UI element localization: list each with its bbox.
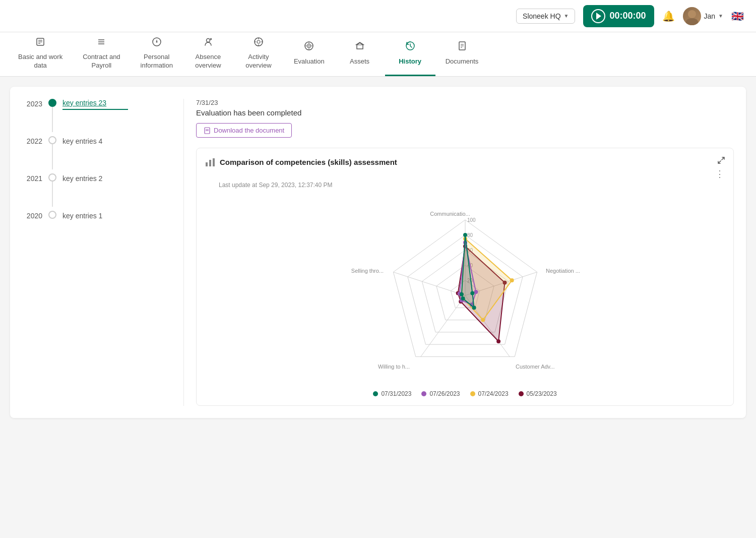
timeline-item-2020: 2020 key entries 1 — [22, 211, 171, 220]
app-container: Sloneek HQ ▼ 00:00:00 🔔 Jan ▼ 🇬🇧 Basic a… — [0, 0, 756, 538]
tab-documents-label: Documents — [446, 57, 479, 66]
legend-item-yellow: 07/24/2023 — [470, 390, 509, 397]
nav-tabs: Basic and workdata Contract andPayroll P… — [0, 32, 756, 77]
svg-rect-36 — [209, 160, 211, 166]
timeline-dot-active — [48, 99, 56, 107]
personal-icon — [152, 37, 162, 50]
timeline-connector-2020 — [48, 211, 56, 219]
chart-subtitle: Last update at Sep 29, 2023, 12:37:40 PM — [219, 182, 725, 189]
legend-dot-purple — [421, 391, 426, 396]
tab-history[interactable]: History — [385, 32, 435, 76]
flag-icon[interactable]: 🇬🇧 — [731, 10, 744, 22]
radar-legend: 07/31/2023 07/26/2023 07/24/2023 — [373, 390, 556, 397]
dot-purple-1 — [474, 290, 478, 294]
user-info[interactable]: Jan ▼ — [683, 7, 723, 25]
download-icon — [204, 127, 211, 134]
timeline-panel: 2023 key entries 23 2022 — [22, 99, 183, 406]
svg-rect-37 — [213, 158, 215, 166]
history-icon — [405, 41, 415, 54]
absence-icon — [203, 37, 213, 50]
chart-actions: ⋮ — [715, 156, 725, 180]
timeline-line — [52, 107, 53, 132]
top-header: Sloneek HQ ▼ 00:00:00 🔔 Jan ▼ 🇬🇧 — [0, 0, 756, 32]
timer-display: 00:00:00 — [609, 11, 646, 21]
legend-label-darkred: 05/23/2023 — [527, 390, 557, 397]
tab-basic-label: Basic and workdata — [18, 53, 62, 70]
tab-absence-label: Absenceoverview — [195, 53, 221, 70]
svg-point-17 — [257, 40, 260, 43]
tab-evaluation[interactable]: Evaluation — [284, 32, 335, 76]
legend-dot-teal — [373, 391, 378, 396]
more-icon[interactable]: ⋮ — [715, 168, 725, 180]
legend-dot-yellow — [470, 391, 475, 396]
timeline-dot-2020 — [48, 211, 56, 219]
timeline-label-2023: key entries 23 — [62, 99, 128, 110]
axis-label-willing: Willing to h... — [378, 364, 410, 370]
event-title: Evaluation has been completed — [196, 108, 734, 117]
chart-title-area: Comparison of competencies (skills) asse… — [205, 156, 397, 167]
basic-icon — [35, 37, 45, 50]
chart-title: Comparison of competencies (skills) asse… — [220, 158, 397, 166]
timer-button[interactable]: 00:00:00 — [583, 5, 654, 27]
key-entries-2022[interactable]: key entries 4 — [62, 137, 102, 145]
dot-teal-4 — [459, 292, 463, 296]
year-2023: 2023 — [22, 100, 42, 108]
timeline-line-2021 — [52, 182, 53, 207]
chart-bar-icon — [205, 156, 216, 167]
main-content: 2023 key entries 23 2022 — [0, 77, 756, 538]
axis-label-customer-adv: Customer Adv... — [516, 364, 554, 370]
axis-4 — [393, 272, 465, 295]
content-card: 2023 key entries 23 2022 — [10, 87, 746, 418]
tab-assets-label: Assets — [350, 57, 369, 66]
axis-label-negotiation: Negotiation ... — [546, 268, 580, 274]
key-entries-2020[interactable]: key entries 1 — [62, 212, 102, 220]
event-date: 7/31/23 — [196, 99, 734, 106]
radar-wrapper: .radar-axis { stroke: #d0d0d0; stroke-wi… — [205, 195, 725, 397]
year-2020: 2020 — [22, 212, 42, 220]
tab-documents[interactable]: Documents — [435, 32, 489, 76]
dot-teal-2 — [472, 306, 476, 310]
evaluation-icon — [304, 41, 314, 54]
svg-point-13 — [206, 38, 210, 42]
svg-rect-35 — [206, 162, 208, 166]
tab-assets[interactable]: Assets — [335, 32, 385, 76]
tab-basic[interactable]: Basic and workdata — [8, 32, 73, 76]
download-button[interactable]: Download the document — [196, 123, 292, 138]
radar-chart: .radar-axis { stroke: #d0d0d0; stroke-wi… — [324, 195, 606, 386]
key-entries-2023[interactable]: key entries 23 — [62, 99, 128, 107]
legend-item-purple: 07/26/2023 — [421, 390, 460, 397]
timeline-dot-2021 — [48, 173, 56, 182]
tab-personal[interactable]: Personalinformation — [131, 32, 183, 76]
timeline-label-2022: key entries 4 — [62, 136, 102, 145]
dot-yellow-1 — [510, 278, 514, 282]
download-label: Download the document — [214, 127, 284, 134]
tab-contract[interactable]: Contract andPayroll — [73, 32, 130, 76]
detail-panel: 7/31/23 Evaluation has been completed Do… — [183, 99, 734, 406]
timeline-line-2022 — [52, 144, 53, 169]
key-entries-2021[interactable]: key entries 2 — [62, 174, 102, 183]
axis-label-communicatio: Communicatio... — [430, 211, 470, 217]
expand-icon[interactable] — [717, 156, 725, 166]
legend-item-darkred: 05/23/2023 — [519, 390, 557, 397]
axis-label-selling: Selling thro... — [351, 268, 383, 274]
timeline-item-2022: 2022 key entries 4 — [22, 136, 171, 169]
company-selector[interactable]: Sloneek HQ ▼ — [516, 9, 575, 24]
axis-3 — [420, 295, 465, 356]
tab-absence[interactable]: Absenceoverview — [183, 32, 233, 76]
tab-evaluation-label: Evaluation — [294, 57, 325, 66]
tab-personal-label: Personalinformation — [141, 53, 173, 70]
tab-contract-label: Contract andPayroll — [83, 53, 120, 70]
dot-teal-1 — [470, 291, 474, 295]
legend-label-yellow: 07/24/2023 — [478, 390, 509, 397]
bell-icon[interactable]: 🔔 — [662, 10, 675, 22]
user-chevron-icon: ▼ — [718, 13, 723, 19]
content-layout: 2023 key entries 23 2022 — [22, 99, 734, 406]
active-underline — [62, 109, 128, 110]
timeline-connector-2022 — [48, 136, 56, 169]
label-100: 100 — [467, 217, 476, 223]
dot-teal-3 — [461, 296, 465, 301]
timeline-dot-2022 — [48, 136, 56, 144]
chevron-down-icon: ▼ — [564, 13, 569, 19]
legend-label-purple: 07/26/2023 — [429, 390, 460, 397]
tab-activity[interactable]: Activityoverview — [233, 32, 284, 76]
